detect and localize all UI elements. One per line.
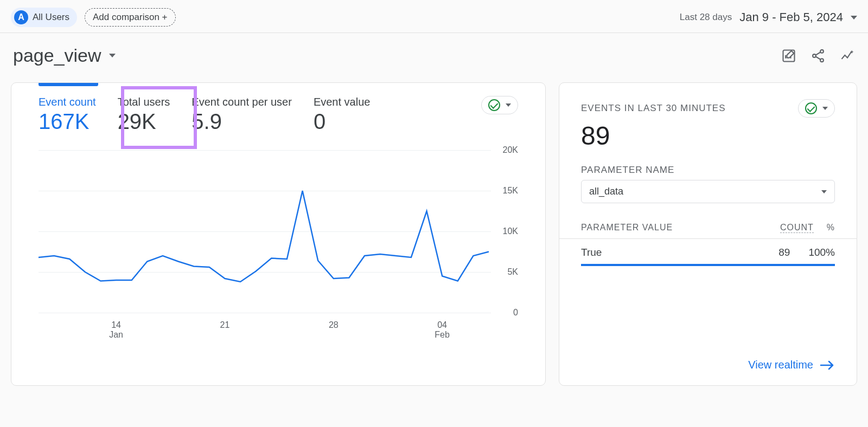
date-range-picker[interactable]: Last 28 days Jan 9 - Feb 5, 2024 xyxy=(680,10,857,24)
y-axis-label: 5K xyxy=(507,267,518,277)
realtime-header: EVENTS IN LAST 30 MINUTES xyxy=(559,83,857,121)
page-title-row: page_view xyxy=(0,33,868,82)
chevron-down-icon xyxy=(822,107,828,110)
share-icon[interactable] xyxy=(810,48,826,63)
metric-label: Event value xyxy=(314,96,371,108)
status-filter-pill[interactable] xyxy=(481,96,518,114)
x-axis-label: 14Jan xyxy=(100,320,132,340)
svg-point-1 xyxy=(820,49,824,53)
metric-value: 0 xyxy=(314,109,371,134)
event-selector[interactable]: page_view xyxy=(13,45,116,66)
metric-event-count[interactable]: Event count 167K xyxy=(39,96,96,134)
metric-value: 167K xyxy=(39,109,96,134)
metric-value: 29K xyxy=(118,109,170,134)
event-count-chart: 05K10K15K20K14Jan212804Feb xyxy=(11,139,545,356)
all-users-label: All Users xyxy=(33,12,69,23)
row-progress-bar xyxy=(581,264,835,266)
x-axis-label: 28 xyxy=(317,320,350,330)
parameter-name-select[interactable]: all_data xyxy=(581,180,835,203)
add-comparison-label: Add comparison + xyxy=(93,12,168,23)
main-chart-card: Event count 167K Total users 29K Event c… xyxy=(11,82,546,386)
date-range-value: Jan 9 - Feb 5, 2024 xyxy=(739,10,843,24)
view-realtime-label: View realtime xyxy=(748,359,813,371)
row-percent: 100% xyxy=(808,247,835,258)
metric-label: Total users xyxy=(118,96,170,108)
parameter-table-header: PARAMETER VALUE COUNT % xyxy=(559,209,857,239)
parameter-name-value: all_data xyxy=(589,186,623,197)
col-percent: % xyxy=(827,223,835,233)
insights-icon[interactable] xyxy=(840,48,855,63)
table-row: True 89 100% xyxy=(559,239,857,264)
row-value: True xyxy=(581,247,602,258)
chevron-down-icon xyxy=(109,54,116,57)
check-circle-icon xyxy=(488,99,500,111)
chevron-down-icon xyxy=(851,16,857,20)
metric-label: Event count per user xyxy=(192,96,292,108)
date-range-hint: Last 28 days xyxy=(680,12,732,23)
col-count: COUNT xyxy=(780,223,814,233)
title-actions xyxy=(781,48,855,63)
edit-chart-icon[interactable] xyxy=(781,48,796,63)
view-realtime-link[interactable]: View realtime xyxy=(559,348,857,385)
chevron-down-icon xyxy=(506,103,511,107)
parameter-name-section: PARAMETER NAME all_data xyxy=(559,159,857,209)
metric-total-users[interactable]: Total users 29K xyxy=(118,96,170,134)
realtime-title: EVENTS IN LAST 30 MINUTES xyxy=(581,103,726,114)
metric-label: Event count xyxy=(39,96,96,108)
event-name: page_view xyxy=(13,45,101,66)
cards-row: Event count 167K Total users 29K Event c… xyxy=(0,82,868,386)
chevron-down-icon xyxy=(821,190,827,193)
all-users-avatar-icon: A xyxy=(14,10,28,24)
metric-event-count-per-user[interactable]: Event count per user 5.9 xyxy=(192,96,292,134)
arrow-right-icon xyxy=(820,360,835,370)
x-axis-label: 04Feb xyxy=(426,320,458,340)
svg-point-2 xyxy=(813,54,816,57)
parameter-name-label: PARAMETER NAME xyxy=(581,165,835,176)
svg-point-3 xyxy=(820,59,824,62)
top-filter-bar: A All Users Add comparison + Last 28 day… xyxy=(0,0,868,33)
status-filter-pill[interactable] xyxy=(798,99,835,118)
realtime-card: EVENTS IN LAST 30 MINUTES 89 PARAMETER N… xyxy=(559,82,857,386)
col-parameter-value: PARAMETER VALUE xyxy=(581,223,673,233)
y-axis-label: 10K xyxy=(503,227,518,236)
check-circle-icon xyxy=(805,102,817,114)
y-axis-label: 20K xyxy=(503,145,518,155)
add-comparison-button[interactable]: Add comparison + xyxy=(85,8,176,27)
metric-value: 5.9 xyxy=(192,109,292,134)
x-axis-label: 21 xyxy=(208,320,241,330)
realtime-value: 89 xyxy=(559,121,857,159)
all-users-chip[interactable]: A All Users xyxy=(11,8,77,27)
metric-event-value[interactable]: Event value 0 xyxy=(314,96,371,134)
row-count: 89 xyxy=(778,247,790,258)
y-axis-label: 0 xyxy=(513,308,518,318)
metric-tabs: Event count 167K Total users 29K Event c… xyxy=(11,83,545,139)
y-axis-label: 15K xyxy=(503,186,518,196)
